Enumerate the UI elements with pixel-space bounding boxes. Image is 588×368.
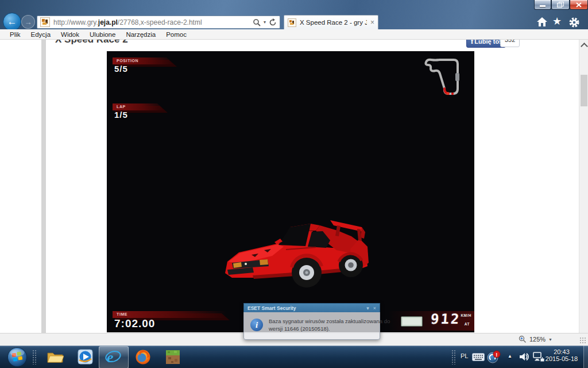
home-icon[interactable] bbox=[536, 17, 548, 27]
minimap-car-dot bbox=[446, 92, 449, 95]
player-car bbox=[219, 213, 377, 293]
tab-title: X Speed Race 2 - gry Jeja.pl bbox=[300, 19, 367, 26]
lap-label: LAP bbox=[113, 103, 165, 109]
favorites-star-icon[interactable]: ★ bbox=[552, 15, 562, 28]
svg-text:!: ! bbox=[496, 351, 497, 358]
notification-message-line1: Baza sygnatur wirusów została zaktualizo… bbox=[269, 318, 390, 324]
tab-favicon bbox=[288, 18, 296, 27]
taskbar-grip bbox=[32, 350, 37, 365]
tray-grip bbox=[451, 350, 456, 365]
page-scrollbar[interactable] bbox=[579, 39, 588, 333]
language-indicator[interactable]: PL bbox=[461, 352, 468, 359]
menu-widok[interactable]: Widok bbox=[56, 31, 84, 38]
zoom-dropdown-icon: ▼ bbox=[548, 338, 552, 342]
speed-unit: KM/H bbox=[461, 313, 471, 317]
address-bar[interactable]: http://www.gry.jeja.pl/27768,x-speed-rac… bbox=[37, 16, 280, 29]
keyboard-icon[interactable] bbox=[472, 353, 485, 361]
menu-ulubione[interactable]: Ulubione bbox=[84, 31, 121, 38]
notification-title-bar: ESET Smart Security ▾ × bbox=[243, 303, 380, 312]
screen: ← → http://www.gry.jeja.pl/27768,x-speed… bbox=[0, 0, 588, 368]
menu-narzedzia[interactable]: Narzędzia bbox=[121, 31, 161, 38]
show-desktop-button[interactable] bbox=[583, 346, 588, 368]
scrollbar-up-icon[interactable] bbox=[581, 43, 588, 50]
menu-bar: Plik Edycja Widok Ulubione Narzędzia Pom… bbox=[0, 29, 588, 40]
close-icon bbox=[576, 2, 582, 7]
start-button[interactable] bbox=[6, 346, 28, 368]
taskbar-ie-button[interactable]: e bbox=[103, 346, 123, 368]
volume-icon[interactable] bbox=[519, 352, 529, 362]
menu-edycja[interactable]: Edycja bbox=[26, 31, 56, 38]
back-arrow-icon: ← bbox=[7, 16, 17, 28]
browser-title-nav-bar: ← → http://www.gry.jeja.pl/27768,x-speed… bbox=[0, 0, 588, 29]
tab-close-icon[interactable]: × bbox=[370, 18, 374, 26]
game-canvas[interactable]: POSITION 5/5 LAP 1/5 bbox=[107, 51, 474, 332]
back-button[interactable]: ← bbox=[3, 13, 21, 31]
position-label: POSITION bbox=[113, 57, 175, 63]
menu-plik[interactable]: Plik bbox=[5, 31, 26, 38]
security-alert-icon: ! bbox=[487, 350, 501, 364]
tray-security-button[interactable]: ! bbox=[487, 350, 501, 364]
boost-gauge bbox=[401, 316, 423, 327]
firefox-icon bbox=[135, 349, 151, 365]
resize-grip[interactable] bbox=[579, 337, 586, 344]
lap-value: 1/5 bbox=[114, 110, 128, 120]
minecraft-icon bbox=[165, 350, 180, 365]
forward-button[interactable]: → bbox=[21, 15, 35, 29]
clock-time: 20:43 bbox=[541, 348, 582, 355]
notification-message-line2: wersji 11646 (20150518). bbox=[269, 325, 330, 332]
refresh-icon[interactable] bbox=[269, 18, 277, 26]
window-minimize-button[interactable] bbox=[534, 0, 551, 10]
taskbar-explorer-button[interactable] bbox=[45, 346, 65, 368]
taskbar-firefox-button[interactable] bbox=[133, 346, 153, 368]
zoom-control[interactable]: 125% ▼ bbox=[519, 335, 552, 343]
restore-icon bbox=[557, 2, 564, 7]
window-close-button[interactable] bbox=[570, 0, 588, 10]
scrollbar-thumb[interactable] bbox=[581, 75, 587, 106]
track-minimap bbox=[422, 53, 468, 106]
zoom-level: 125% bbox=[529, 336, 546, 343]
tray-clock[interactable]: 20:43 2015-05-18 bbox=[541, 348, 582, 362]
minimap-car-dot bbox=[451, 93, 454, 95]
eset-notification: ESET Smart Security ▾ × i Baza sygnatur … bbox=[243, 303, 380, 340]
minimize-icon bbox=[540, 5, 546, 7]
media-player-icon bbox=[78, 349, 93, 365]
settings-gear-icon[interactable] bbox=[568, 17, 580, 28]
minimap-marker bbox=[455, 73, 459, 81]
windows-logo-icon bbox=[7, 347, 28, 367]
position-value: 5/5 bbox=[114, 64, 128, 74]
taskbar-minecraft-button[interactable] bbox=[163, 346, 183, 368]
taskbar-mediaplayer-button[interactable] bbox=[75, 346, 95, 368]
notification-close-icon[interactable]: × bbox=[373, 306, 376, 310]
url-text: http://www.gry.jeja.pl/27768,x-speed-rac… bbox=[53, 18, 253, 26]
notification-app-name: ESET Smart Security bbox=[247, 305, 362, 311]
browser-tab[interactable]: X Speed Race 2 - gry Jeja.pl × bbox=[284, 15, 378, 29]
page-content: X Speed Race 2 f Lubię to! 352 POSITION … bbox=[0, 39, 579, 333]
menu-pomoc[interactable]: Pomoc bbox=[161, 31, 192, 38]
time-value: 7:02.00 bbox=[114, 317, 155, 330]
folder-icon bbox=[47, 350, 64, 364]
forward-arrow-icon: → bbox=[25, 18, 32, 26]
info-icon: i bbox=[250, 319, 263, 331]
internet-explorer-icon: e bbox=[105, 348, 122, 366]
search-icon[interactable] bbox=[253, 18, 261, 26]
transmission-mode: AT bbox=[465, 322, 470, 326]
clock-date: 2015-05-18 bbox=[541, 355, 582, 362]
page-left-divider bbox=[41, 39, 46, 333]
taskbar: e PL bbox=[0, 346, 588, 368]
speed-value: 912 bbox=[430, 311, 461, 327]
address-dropdown-icon[interactable]: ▾ bbox=[264, 20, 266, 25]
notification-minimize-icon[interactable]: ▾ bbox=[366, 306, 369, 310]
site-favicon bbox=[40, 17, 50, 27]
window-restore-button[interactable] bbox=[551, 0, 570, 10]
time-label: TIME bbox=[113, 311, 242, 316]
tray-expand-icon[interactable]: ▲ bbox=[508, 354, 512, 359]
notification-body: i Baza sygnatur wirusów została zaktuali… bbox=[243, 312, 380, 340]
zoom-magnifier-icon bbox=[519, 335, 527, 343]
